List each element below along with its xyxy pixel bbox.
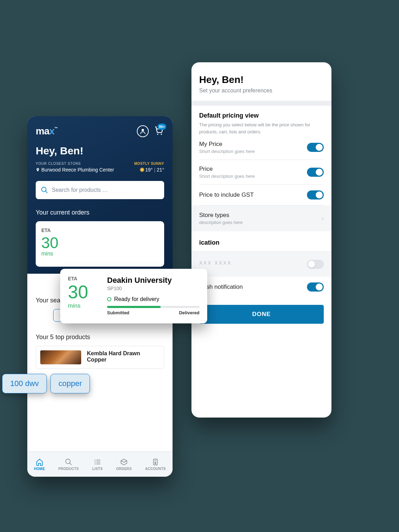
progress-start: Submitted <box>107 310 130 315</box>
eta-unit: mins <box>41 251 159 257</box>
eta-value: 30 <box>41 235 159 251</box>
svg-point-10 <box>94 460 96 461</box>
magnify-icon <box>65 458 72 466</box>
popup-order-code: SP100 <box>107 286 200 291</box>
search-chip-large[interactable]: 100 dwv <box>2 374 47 393</box>
weather-label: MOSTLY SUNNY <box>134 162 164 166</box>
search-placeholder: Search for products … <box>52 187 108 193</box>
status-ring-icon <box>107 297 111 301</box>
search-chip-popup: 100 dwv copper <box>2 374 90 393</box>
tab-orders[interactable]: ORDERS <box>116 458 132 471</box>
store-types-desc: description goes here <box>199 220 243 225</box>
svg-point-12 <box>94 463 96 464</box>
popup-eta-unit: mins <box>68 302 99 309</box>
toggle-gst[interactable] <box>307 190 324 200</box>
notification-title: ication <box>199 239 324 246</box>
pref-row-gst: Price to include GST <box>199 185 324 205</box>
svg-text:$: $ <box>155 461 156 464</box>
product-thumb <box>40 350 81 364</box>
store-types-row[interactable]: Store types description goes here › <box>191 205 331 231</box>
toggle-notify-disabled[interactable] <box>307 260 324 269</box>
order-detail-popup[interactable]: ETA 30 mins Deakin University SP100 Read… <box>60 269 207 323</box>
home-icon <box>36 458 43 466</box>
current-orders-title: Your current orders <box>36 209 164 216</box>
popup-eta-label: ETA <box>68 276 99 281</box>
preferences-screen: Hey, Ben! Set your account preferences D… <box>191 62 331 418</box>
svg-point-11 <box>94 461 96 462</box>
pricing-title: Default pricing view <box>199 112 324 119</box>
tab-lists[interactable]: LISTS <box>92 458 103 471</box>
pref-desc: Short description goes here <box>199 174 255 179</box>
pref-desc: Short description goes here <box>199 149 255 154</box>
top-product-card[interactable]: Kembla Hard Drawn Copper <box>36 346 164 369</box>
search-chip-large[interactable]: copper <box>50 374 90 393</box>
product-name: Kembla Hard Drawn Copper <box>87 350 160 364</box>
hero: max™ 99+ Hey, Ben! YOUR CLOSEST STORE Bu… <box>27 116 173 274</box>
progress-end: Delivered <box>179 310 200 315</box>
search-icon <box>41 186 48 194</box>
bottom-nav: HOME PRODUCTS LISTS ORDERS $ ACCOUNTS <box>27 451 173 477</box>
chevron-right-icon: › <box>322 215 324 222</box>
popup-eta-value: 30 <box>68 283 99 301</box>
closest-store-name[interactable]: Burwood Reece Plumbing Center <box>36 167 114 173</box>
order-card-peek[interactable]: ETA 30 mins <box>36 221 164 267</box>
greeting: Hey, Ben! <box>36 145 164 157</box>
prefs-greeting: Hey, Ben! <box>199 74 324 85</box>
sun-icon <box>140 168 144 172</box>
cart-button[interactable]: 99+ <box>154 126 164 137</box>
done-button[interactable]: DONE <box>199 305 324 324</box>
notify-disabled-row: XXX XXXX <box>191 251 331 277</box>
receipt-icon: $ <box>152 458 159 466</box>
svg-point-2 <box>161 134 162 135</box>
svg-point-5 <box>66 459 70 463</box>
pref-row-push: Push notification <box>199 277 324 297</box>
tab-products[interactable]: PRODUCTS <box>58 458 79 471</box>
tab-home[interactable]: HOME <box>34 458 45 471</box>
pricing-desc: The pricing you select below will be the… <box>199 121 324 135</box>
closest-store-label: YOUR CLOSEST STORE <box>36 162 114 166</box>
tab-accounts[interactable]: $ ACCOUNTS <box>145 458 166 471</box>
box-icon <box>120 458 128 466</box>
cart-badge: 99+ <box>158 124 166 130</box>
pref-label: My Price <box>199 141 255 148</box>
pref-label: Price <box>199 166 255 173</box>
svg-line-6 <box>70 463 72 465</box>
toggle-my-price[interactable] <box>307 143 324 152</box>
svg-line-4 <box>46 191 48 193</box>
search-input[interactable]: Search for products … <box>36 181 164 199</box>
app-logo: max™ <box>36 126 57 137</box>
eta-label: ETA <box>41 227 159 233</box>
pin-icon <box>36 167 40 172</box>
progress-bar <box>107 306 200 308</box>
prefs-subtitle: Set your account preferences <box>199 88 324 94</box>
popup-order-title: Deakin University <box>107 276 200 285</box>
weather-temps: 19° | 21° <box>134 167 164 173</box>
profile-icon[interactable] <box>137 125 149 137</box>
pref-row-my-price: My Price Short description goes here <box>199 135 324 160</box>
svg-point-0 <box>142 129 144 131</box>
pref-label: Price to include GST <box>199 191 254 198</box>
toggle-price[interactable] <box>307 168 324 177</box>
store-types-label: Store types <box>199 212 243 219</box>
svg-point-1 <box>157 134 159 135</box>
pref-row-price: Price Short description goes here <box>199 160 324 185</box>
popup-status: Ready for delivery <box>114 296 159 302</box>
svg-point-3 <box>42 187 46 192</box>
toggle-push[interactable] <box>307 282 324 292</box>
list-icon <box>94 458 102 466</box>
top-products-title: Your 5 top products <box>36 334 164 341</box>
